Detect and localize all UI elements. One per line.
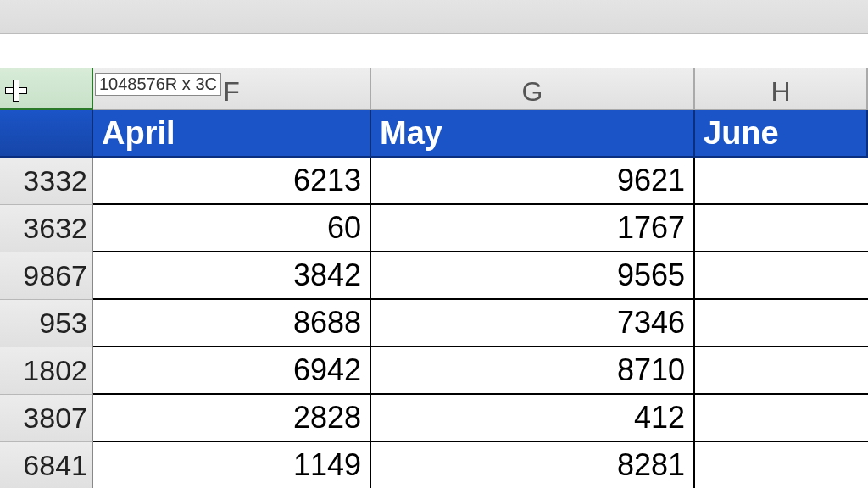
formula-bar-stub: [0, 34, 868, 68]
table-row: 6841 1149 8281: [0, 442, 868, 488]
cell[interactable]: [695, 158, 868, 205]
cell[interactable]: 60: [93, 205, 371, 252]
selection-cursor-icon: [5, 80, 25, 100]
row-header[interactable]: 6841: [0, 442, 93, 488]
cell[interactable]: [695, 300, 868, 347]
cell[interactable]: 1767: [371, 205, 695, 252]
cell[interactable]: [695, 252, 868, 300]
cell[interactable]: 1149: [93, 442, 371, 488]
cell[interactable]: [695, 395, 868, 442]
table-row: 3632 60 1767: [0, 205, 868, 252]
data-rows: April May June 3332 6213 9621 3632 60 17…: [0, 110, 868, 488]
table-row: 3332 6213 9621: [0, 158, 868, 205]
header-cell-may[interactable]: May: [371, 110, 695, 158]
selection-size-tooltip: 1048576R x 3C: [95, 73, 221, 96]
row-header[interactable]: 3632: [0, 205, 93, 252]
column-header-H[interactable]: H: [695, 68, 868, 110]
ribbon-stub: [0, 0, 868, 34]
row-header[interactable]: 953: [0, 300, 93, 347]
cell[interactable]: 8281: [371, 442, 695, 488]
table-header-row: April May June: [0, 110, 868, 158]
column-headers-row: F G H 1048576R x 3C: [0, 68, 868, 110]
row-header-blank[interactable]: [0, 110, 93, 158]
cell[interactable]: 9621: [371, 158, 695, 205]
cell[interactable]: 412: [371, 395, 695, 442]
cell[interactable]: 7346: [371, 300, 695, 347]
row-header[interactable]: 9867: [0, 252, 93, 300]
header-cell-june[interactable]: June: [695, 110, 868, 158]
header-cell-april[interactable]: April: [93, 110, 371, 158]
cell[interactable]: 3842: [93, 252, 371, 300]
cell[interactable]: 2828: [93, 395, 371, 442]
table-row: 9867 3842 9565: [0, 252, 868, 300]
cell[interactable]: [695, 442, 868, 488]
spreadsheet-grid: F G H 1048576R x 3C April May June 3332 …: [0, 68, 868, 488]
cell[interactable]: 6213: [93, 158, 371, 205]
cell[interactable]: 9565: [371, 252, 695, 300]
table-row: 1802 6942 8710: [0, 347, 868, 395]
cell[interactable]: [695, 347, 868, 395]
cell[interactable]: 6942: [93, 347, 371, 395]
table-row: 3807 2828 412: [0, 395, 868, 442]
row-header[interactable]: 3332: [0, 158, 93, 205]
column-header-G[interactable]: G: [371, 68, 695, 110]
cell[interactable]: 8688: [93, 300, 371, 347]
cell[interactable]: [695, 205, 868, 252]
table-row: 953 8688 7346: [0, 300, 868, 347]
select-all-corner[interactable]: [0, 68, 93, 110]
cell[interactable]: 8710: [371, 347, 695, 395]
row-header[interactable]: 1802: [0, 347, 93, 395]
row-header[interactable]: 3807: [0, 395, 93, 442]
